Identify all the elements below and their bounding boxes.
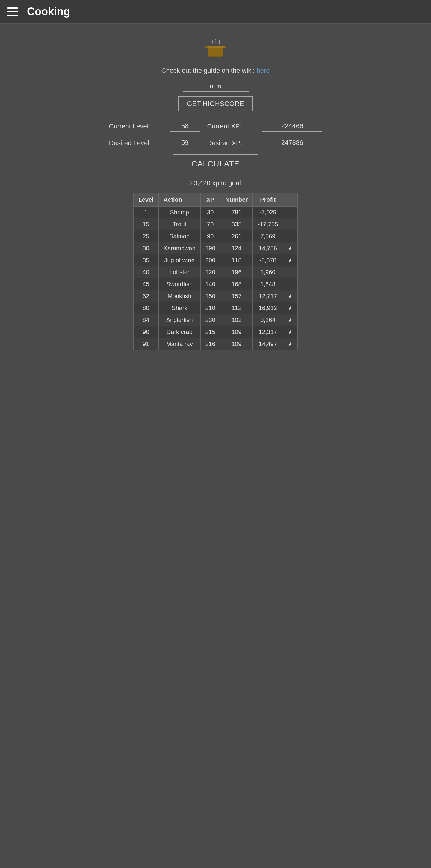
- col-xp: XP: [200, 193, 220, 207]
- table-row: 91 Manta ray 216 109 14,497 ★: [133, 338, 298, 350]
- xp-goal-text: 23,420 xp to goal: [190, 179, 241, 187]
- cell-profit: 16,912: [253, 302, 283, 314]
- cell-number: 335: [220, 218, 253, 230]
- calculate-button[interactable]: CALCULATE: [173, 154, 258, 173]
- cell-profit: 14,497: [253, 338, 283, 350]
- cell-xp: 120: [200, 267, 220, 278]
- cell-star: ★: [283, 290, 298, 302]
- page-title: Cooking: [27, 5, 70, 18]
- cell-action: Anglerfish: [159, 314, 200, 326]
- cell-action: Dark crab: [159, 326, 200, 338]
- cell-action: Shrimp: [159, 207, 200, 218]
- svg-rect-1: [207, 46, 225, 48]
- col-level: Level: [133, 193, 159, 207]
- get-highscore-button[interactable]: GET HIGHSCORE: [178, 96, 253, 111]
- cooking-icon: [204, 36, 228, 61]
- cell-profit: 3,264: [253, 314, 283, 326]
- cell-level: 80: [133, 302, 159, 314]
- cell-action: Karambwan: [159, 243, 200, 254]
- cell-xp: 90: [200, 230, 220, 243]
- cell-xp: 216: [200, 338, 220, 350]
- current-xp-input[interactable]: [262, 121, 322, 132]
- cell-star: [283, 267, 298, 278]
- cell-profit: 12,717: [253, 290, 283, 302]
- cell-star: ★: [283, 243, 298, 254]
- cell-level: 40: [133, 267, 159, 278]
- cell-number: 118: [220, 254, 253, 267]
- menu-icon[interactable]: [7, 7, 18, 16]
- cell-profit: -8,378: [253, 254, 283, 267]
- cell-number: 261: [220, 230, 253, 243]
- table-row: 80 Shark 210 112 16,912 ★: [133, 302, 298, 314]
- current-level-input[interactable]: [170, 121, 200, 132]
- table-row: 90 Dark crab 215 109 12,317 ★: [133, 326, 298, 338]
- cell-number: 157: [220, 290, 253, 302]
- table-row: 40 Lobster 120 196 1,960: [133, 267, 298, 278]
- cell-star: ★: [283, 326, 298, 338]
- table-row: 45 Swordfish 140 168 1,848: [133, 278, 298, 290]
- cell-number: 168: [220, 278, 253, 290]
- cell-profit: 7,569: [253, 230, 283, 243]
- cell-action: Salmon: [159, 230, 200, 243]
- cell-xp: 70: [200, 218, 220, 230]
- cell-star: [283, 218, 298, 230]
- cell-profit: -17,755: [253, 218, 283, 230]
- cell-profit: 1,960: [253, 267, 283, 278]
- cell-action: Monkfish: [159, 290, 200, 302]
- desired-level-row: Desired Level: Desired XP:: [109, 138, 322, 149]
- table-row: 1 Shrimp 30 781 -7,029: [133, 207, 298, 218]
- cell-xp: 140: [200, 278, 220, 290]
- results-table: Level Action XP Number Profit 1 Shrimp 3…: [133, 193, 298, 350]
- cell-star: [283, 278, 298, 290]
- star-icon: ★: [288, 245, 293, 251]
- cell-xp: 150: [200, 290, 220, 302]
- cell-xp: 230: [200, 314, 220, 326]
- cell-xp: 215: [200, 326, 220, 338]
- wiki-link[interactable]: here: [256, 67, 269, 74]
- desired-xp-input[interactable]: [262, 138, 322, 149]
- current-level-label: Current Level:: [109, 122, 163, 130]
- desired-level-input[interactable]: [170, 138, 200, 149]
- cell-level: 25: [133, 230, 159, 243]
- cell-star: ★: [283, 314, 298, 326]
- table-row: 35 Jug of wine 200 118 -8,378 ★: [133, 254, 298, 267]
- cell-xp: 210: [200, 302, 220, 314]
- username-input[interactable]: [183, 82, 249, 92]
- cell-action: Jug of wine: [159, 254, 200, 267]
- cell-level: 84: [133, 314, 159, 326]
- cell-star: ★: [283, 338, 298, 350]
- cell-number: 781: [220, 207, 253, 218]
- cell-profit: -7,029: [253, 207, 283, 218]
- star-icon: ★: [288, 341, 293, 347]
- cell-number: 102: [220, 314, 253, 326]
- col-star: [283, 193, 298, 207]
- cell-profit: 12,317: [253, 326, 283, 338]
- cell-level: 35: [133, 254, 159, 267]
- col-number: Number: [220, 193, 253, 207]
- cell-level: 30: [133, 243, 159, 254]
- cell-level: 1: [133, 207, 159, 218]
- col-profit: Profit: [253, 193, 283, 207]
- cell-action: Swordfish: [159, 278, 200, 290]
- cell-star: [283, 207, 298, 218]
- cell-number: 124: [220, 243, 253, 254]
- cell-number: 109: [220, 326, 253, 338]
- star-icon: ★: [288, 305, 293, 311]
- star-icon: ★: [288, 293, 293, 299]
- col-action: Action: [159, 193, 200, 207]
- star-icon: ★: [288, 257, 293, 264]
- cell-action: Lobster: [159, 267, 200, 278]
- wiki-link-text: Check out the guide on the wiki: here: [161, 67, 269, 74]
- cell-action: Manta ray: [159, 338, 200, 350]
- current-xp-label: Current XP:: [207, 122, 255, 130]
- cell-level: 90: [133, 326, 159, 338]
- cell-number: 112: [220, 302, 253, 314]
- table-row: 30 Karambwan 190 124 14,756 ★: [133, 243, 298, 254]
- star-icon: ★: [288, 317, 293, 323]
- cell-xp: 200: [200, 254, 220, 267]
- cell-star: ★: [283, 254, 298, 267]
- cell-level: 45: [133, 278, 159, 290]
- table-row: 15 Trout 70 335 -17,755: [133, 218, 298, 230]
- svg-rect-3: [223, 46, 226, 48]
- cell-xp: 30: [200, 207, 220, 218]
